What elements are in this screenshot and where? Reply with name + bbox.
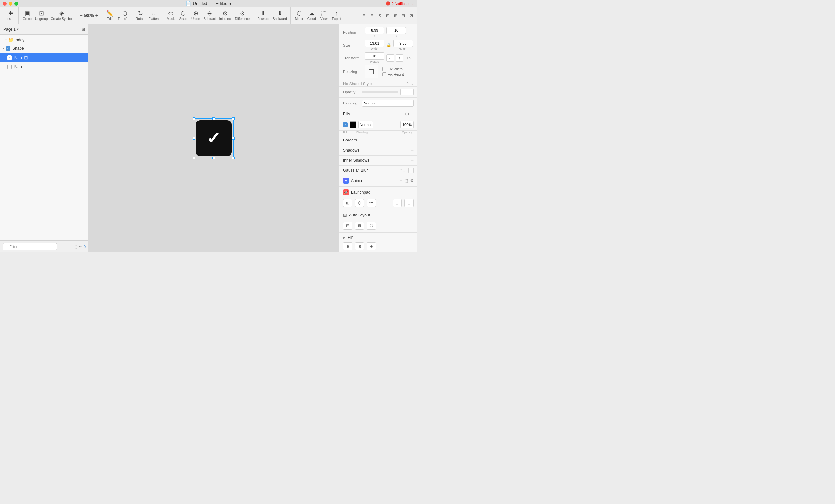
launchpad-tool-2[interactable]: ⬡: [355, 199, 364, 207]
align-center-v-button[interactable]: ⊞: [392, 12, 399, 19]
mask-button[interactable]: ⬭ Mask: [165, 8, 177, 23]
y-input[interactable]: [386, 27, 406, 34]
launchpad-header[interactable]: 🚀 Launchpad: [339, 187, 418, 198]
insert-button[interactable]: ✚ Insert: [5, 8, 16, 23]
create-symbol-button[interactable]: ◈ Create Symbol: [49, 8, 74, 23]
gaussian-blur-toggle[interactable]: [408, 168, 413, 173]
pin-tool-3[interactable]: ⊗: [367, 242, 376, 250]
ungroup-button[interactable]: ⊡ Ungroup: [34, 8, 49, 23]
opacity-slider[interactable]: [362, 91, 398, 93]
launchpad-tool-4[interactable]: ⊟: [393, 199, 402, 207]
view-button[interactable]: ⬚ View: [318, 8, 330, 23]
autolayout-tool-2[interactable]: ⊞: [355, 222, 364, 230]
pin-tool-1[interactable]: ⊕: [343, 242, 352, 250]
flip-vertical-button[interactable]: ↕: [395, 54, 403, 62]
fix-width-checkbox[interactable]: —: [383, 67, 386, 71]
distribute-h-button[interactable]: ⊠: [408, 12, 415, 19]
canvas-area[interactable]: ✓: [88, 24, 339, 252]
anima-settings-button[interactable]: ⚙: [410, 178, 413, 183]
shadows-add-button[interactable]: +: [411, 147, 413, 153]
fix-height-option[interactable]: — Fix Height: [383, 72, 404, 76]
width-input[interactable]: [365, 40, 384, 47]
window-controls[interactable]: [3, 2, 18, 5]
shared-style-row[interactable]: No Shared Style ⌃⌄: [339, 81, 418, 87]
handle-top-mid[interactable]: [212, 117, 215, 120]
transform-button[interactable]: ⬡ Transform: [116, 8, 134, 23]
height-input[interactable]: [393, 40, 413, 47]
pin-expand-icon[interactable]: ▶: [343, 236, 346, 239]
inner-shadows-add-button[interactable]: +: [411, 158, 413, 163]
fix-height-checkbox[interactable]: —: [383, 72, 386, 76]
intersect-button[interactable]: ⊗ Intersect: [218, 8, 233, 23]
handle-bot-mid[interactable]: [212, 156, 215, 159]
flatten-button[interactable]: ⬦ Flatten: [147, 8, 160, 23]
layer-path-1[interactable]: ✓ Path ⊞: [0, 53, 88, 62]
pin-tool-2[interactable]: ⊞: [355, 242, 364, 250]
export-button[interactable]: ↑ Export: [331, 8, 343, 23]
page-selector[interactable]: Page 1 ▾ ⊞: [0, 24, 88, 35]
autolayout-tool-1[interactable]: ⊟: [343, 222, 352, 230]
handle-mid-left[interactable]: [193, 137, 195, 140]
flip-horizontal-button[interactable]: ↔: [386, 54, 394, 62]
notifications-badge[interactable]: 🔴 2 Notifications: [386, 1, 414, 5]
forward-button[interactable]: ⬆ Forward: [256, 8, 271, 23]
zoom-out-button[interactable]: −: [80, 13, 83, 19]
maximize-button[interactable]: [15, 2, 18, 5]
borders-add-button[interactable]: +: [411, 137, 413, 143]
close-button[interactable]: [3, 2, 6, 5]
handle-top-left[interactable]: [193, 117, 195, 120]
fill-color-swatch[interactable]: [350, 122, 356, 128]
zoom-in-button[interactable]: +: [95, 13, 98, 19]
anima-window-button[interactable]: ⬚: [404, 178, 408, 183]
fill-opacity-input[interactable]: [401, 121, 413, 128]
rotate-button[interactable]: ↻ Rotate: [134, 8, 146, 23]
layer-path-2[interactable]: Path: [0, 62, 88, 71]
union-button[interactable]: ⊕ Union: [190, 8, 202, 23]
launchpad-tool-3[interactable]: •••: [367, 199, 376, 207]
anima-header[interactable]: A Anima − ⬚ ⚙: [339, 175, 418, 186]
fill-blending-select[interactable]: Normal: [358, 121, 373, 128]
fills-gear-icon[interactable]: ⚙: [405, 111, 409, 117]
blending-select[interactable]: Normal Darken Multiply: [362, 100, 413, 107]
path1-action-icon[interactable]: ⊞: [24, 55, 28, 60]
edited-chevron[interactable]: ▾: [229, 1, 232, 6]
cloud-button[interactable]: ☁ Cloud: [306, 8, 318, 23]
align-left-button[interactable]: ⊞: [361, 12, 368, 19]
handle-bot-left[interactable]: [193, 156, 195, 159]
fills-add-button[interactable]: +: [411, 111, 413, 117]
fill-enabled-checkbox[interactable]: ✓: [343, 123, 348, 127]
x-input[interactable]: [365, 27, 384, 34]
filter-style-button[interactable]: ⬚: [74, 244, 77, 249]
align-right-button[interactable]: ⊠: [376, 12, 383, 19]
path2-visibility-checkbox[interactable]: [7, 64, 12, 69]
align-bottom-button[interactable]: ⊟: [400, 12, 407, 19]
autolayout-tool-3[interactable]: ⬡: [367, 222, 376, 230]
launchpad-tool-1[interactable]: ⊞: [343, 199, 352, 207]
launchpad-tool-5[interactable]: ⊡: [404, 199, 413, 207]
lock-icon[interactable]: 🔒: [386, 43, 391, 47]
handle-mid-right[interactable]: [232, 137, 235, 140]
path1-visibility-checkbox[interactable]: ✓: [7, 55, 12, 60]
align-top-button[interactable]: ⊡: [384, 12, 391, 19]
backward-button[interactable]: ⬇ Backward: [271, 8, 288, 23]
handle-top-right[interactable]: [232, 117, 235, 120]
anima-minimize-button[interactable]: −: [400, 178, 403, 183]
minimize-button[interactable]: [8, 2, 13, 5]
resizing-widget[interactable]: [365, 65, 378, 78]
rotate-input[interactable]: [365, 52, 384, 60]
page-name[interactable]: Page 1: [3, 27, 16, 32]
edit-button[interactable]: ✏️ Edit: [104, 8, 116, 23]
filter-input[interactable]: [3, 243, 57, 250]
gaussian-blur-chevron[interactable]: ⌃⌄: [399, 168, 406, 173]
subtract-button[interactable]: ⊖ Subtract: [202, 8, 217, 23]
today-group[interactable]: ▾ 📁 today: [0, 36, 88, 44]
opacity-value-input[interactable]: [401, 89, 413, 95]
mirror-button[interactable]: ⬡ Mirror: [293, 8, 305, 23]
scale-button[interactable]: ⬡ Scale: [177, 8, 189, 23]
fix-width-option[interactable]: — Fix Width: [383, 67, 404, 71]
shape-visibility-checkbox[interactable]: ✓: [6, 46, 11, 51]
page-grid-button[interactable]: ⊞: [82, 27, 85, 32]
difference-button[interactable]: ⊘ Difference: [233, 8, 251, 23]
group-button[interactable]: ▣ Group: [21, 8, 33, 23]
filter-edit-button[interactable]: ✏: [79, 244, 82, 249]
